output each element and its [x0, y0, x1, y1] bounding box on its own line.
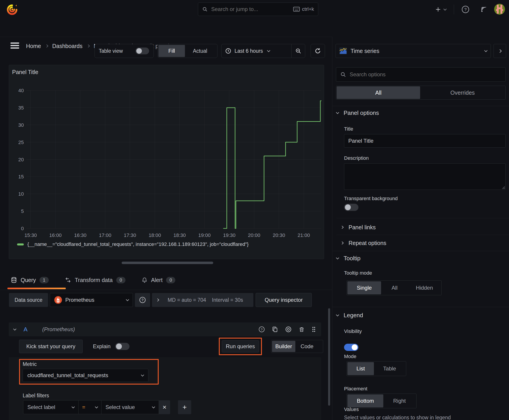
- table-view-label: Table view: [99, 48, 123, 54]
- title-field[interactable]: [344, 134, 506, 148]
- refresh-button[interactable]: [311, 44, 325, 58]
- toggle-viz-picker-button[interactable]: [494, 44, 506, 58]
- viz-picker[interactable]: Time series: [335, 44, 491, 58]
- builder-option[interactable]: Builder: [272, 341, 295, 352]
- values-description: Select values or calculations to show in…: [344, 415, 451, 420]
- query-help-icon[interactable]: ?: [258, 326, 265, 333]
- search-input[interactable]: [211, 6, 293, 13]
- tab-query[interactable]: Query 1: [11, 272, 57, 288]
- duplicate-query-icon[interactable]: [272, 326, 278, 333]
- label-filters-label: Label filters: [23, 393, 49, 399]
- search-shortcut: ctrl+k: [302, 6, 314, 12]
- legend-item[interactable]: {__name__="cloudflared_tunnel_total_requ…: [17, 241, 249, 247]
- select-label-placeholder: Select label: [27, 404, 72, 410]
- placement-bottom-option[interactable]: Bottom: [347, 394, 383, 407]
- remove-filter-button[interactable]: ×: [159, 400, 170, 414]
- legend-header[interactable]: Legend: [336, 312, 363, 319]
- panel-title-input[interactable]: [344, 134, 506, 148]
- query-editor-body: Metric cloudflared_tunnel_total_requests…: [9, 357, 321, 420]
- run-queries-button[interactable]: Run queries: [222, 340, 259, 352]
- zoom-out-button[interactable]: [291, 44, 305, 58]
- user-avatar[interactable]: [494, 4, 505, 15]
- news-rss-button[interactable]: [480, 5, 488, 14]
- global-search-box[interactable]: ctrl+k: [198, 2, 318, 16]
- code-option[interactable]: Code: [295, 341, 319, 352]
- legend-table-option[interactable]: Table: [374, 362, 405, 375]
- breadcrumb-bar: Home Dashboards New dashboard Edit panel…: [0, 18, 509, 37]
- description-textarea[interactable]: [344, 163, 506, 190]
- svg-text:21:00: 21:00: [298, 232, 310, 238]
- expand-stats-icon[interactable]: [156, 298, 159, 301]
- svg-text:15:30: 15:30: [24, 232, 37, 238]
- actual-option[interactable]: Actual: [185, 45, 215, 57]
- toggle-visibility-icon[interactable]: [285, 326, 292, 333]
- tab-transform[interactable]: Transform data 0: [57, 272, 134, 288]
- options-search-input[interactable]: [349, 71, 501, 78]
- time-series-chart[interactable]: 051015202530354015:3016:0016:3017:0017:3…: [9, 65, 323, 242]
- query-row-header[interactable]: A (Prometheus) ?: [9, 322, 321, 336]
- table-view-toggle[interactable]: [136, 48, 149, 54]
- new-dropdown[interactable]: [435, 5, 446, 14]
- query-stats-chip: MD = auto = 704 Interval = 30s: [152, 293, 253, 307]
- kickstart-query-button[interactable]: Kick start your query: [19, 340, 83, 353]
- legend-series-label[interactable]: {__name__="cloudflared_tunnel_total_requ…: [27, 241, 249, 247]
- all-tab[interactable]: All: [337, 86, 420, 99]
- fill-option[interactable]: Fill: [159, 45, 185, 57]
- repeat-options-section[interactable]: Repeat options: [341, 237, 386, 249]
- options-pane: Time series All Overrides Panel options …: [332, 37, 509, 420]
- add-filter-button[interactable]: +: [178, 400, 191, 414]
- time-range-picker[interactable]: Last 6 hours: [221, 44, 291, 58]
- chevron-down-icon: [152, 405, 155, 408]
- grafana-logo[interactable]: [6, 3, 18, 15]
- select-label-dropdown[interactable]: Select label: [23, 400, 79, 414]
- panel-links-section[interactable]: Panel links: [341, 222, 376, 233]
- keyboard-icon: [293, 7, 300, 12]
- query-inspector-button[interactable]: Query inspector: [256, 293, 312, 307]
- builder-code-control: Builder Code: [271, 340, 323, 353]
- help-button[interactable]: ?: [461, 5, 470, 14]
- legend-mode-label: Mode: [344, 354, 356, 360]
- chevron-down-icon: [443, 7, 447, 10]
- tab-alert[interactable]: Alert 0: [134, 272, 183, 288]
- datasource-picker[interactable]: Prometheus: [50, 293, 133, 307]
- explain-toggle[interactable]: [115, 343, 129, 350]
- options-divider: [336, 235, 509, 235]
- datasource-help-button[interactable]: ?: [135, 293, 150, 307]
- options-search-box[interactable]: [336, 67, 506, 82]
- clock-icon: [225, 48, 231, 54]
- svg-text:0: 0: [21, 226, 24, 231]
- legend-list-option[interactable]: List: [347, 362, 374, 375]
- svg-text:?: ?: [464, 7, 467, 12]
- drag-handle-icon[interactable]: [311, 326, 316, 333]
- time-range-label: Last 6 hours: [235, 48, 263, 54]
- overrides-tab[interactable]: Overrides: [420, 86, 505, 99]
- breadcrumb-home[interactable]: Home: [26, 43, 41, 49]
- menu-toggle[interactable]: [10, 42, 19, 49]
- metric-select[interactable]: cloudflared_tunnel_total_requests: [23, 369, 148, 382]
- chevron-right-icon: [341, 241, 344, 245]
- operator-dropdown[interactable]: =: [79, 400, 101, 414]
- breadcrumb-separator-icon: [45, 45, 48, 48]
- tooltip-mode-label: Tooltip mode: [344, 270, 372, 276]
- panel-options-header[interactable]: Panel options: [336, 110, 379, 116]
- tooltip-header[interactable]: Tooltip: [336, 255, 360, 262]
- placement-right-option[interactable]: Right: [383, 394, 416, 407]
- select-value-dropdown[interactable]: Select value: [101, 400, 159, 414]
- svg-text:20: 20: [18, 157, 24, 162]
- panel-resize-handle[interactable]: [122, 262, 213, 264]
- tooltip-hidden-option[interactable]: Hidden: [408, 281, 441, 294]
- collapse-query-icon[interactable]: [13, 327, 16, 330]
- table-view-control[interactable]: Table view: [94, 44, 154, 58]
- tooltip-all-option[interactable]: All: [381, 281, 408, 294]
- tooltip-single-option[interactable]: Single: [347, 281, 381, 294]
- breadcrumb-dashboards[interactable]: Dashboards: [52, 43, 83, 49]
- transparent-bg-toggle[interactable]: [344, 204, 358, 211]
- visibility-toggle[interactable]: [344, 344, 358, 351]
- svg-text:18:30: 18:30: [174, 232, 186, 238]
- description-field[interactable]: [344, 163, 506, 190]
- interval-stat: Interval = 30s: [212, 297, 243, 303]
- description-field-label: Description: [344, 155, 369, 161]
- delete-query-icon[interactable]: [299, 326, 304, 333]
- svg-text:19:30: 19:30: [223, 232, 236, 238]
- left-pane-scrollbar[interactable]: [328, 308, 330, 406]
